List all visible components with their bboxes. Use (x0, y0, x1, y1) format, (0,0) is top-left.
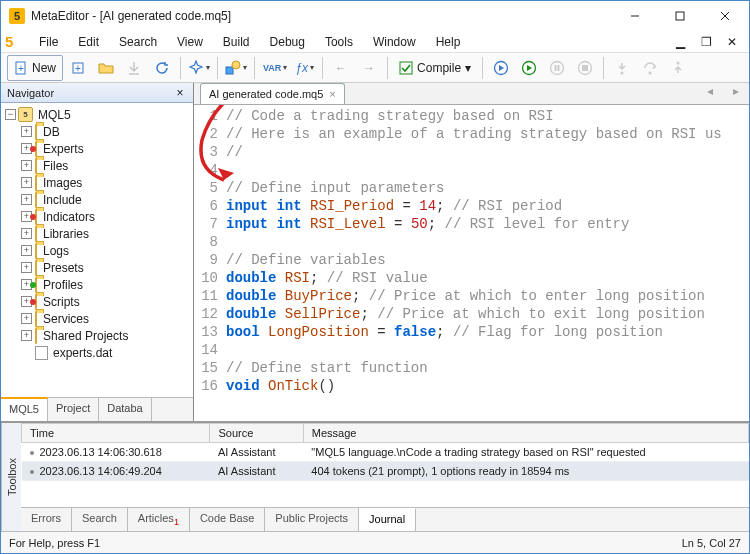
menu-search[interactable]: Search (109, 33, 167, 51)
toolbox-tab-public-projects[interactable]: Public Projects (265, 508, 359, 531)
mdi-restore-icon[interactable]: ❐ (693, 29, 719, 55)
journal-grid[interactable]: TimeSourceMessage 2023.06.13 14:06:30.61… (21, 423, 749, 507)
svg-text:+: + (75, 63, 81, 74)
maximize-button[interactable] (657, 1, 702, 31)
tree-folder-libraries[interactable]: +Libraries (3, 225, 191, 242)
navigator-close-button[interactable]: × (173, 86, 187, 100)
nav-tab-databa[interactable]: Databa (99, 398, 151, 421)
close-button[interactable] (702, 1, 747, 31)
tree-folder-services[interactable]: +Services (3, 310, 191, 327)
menu-build[interactable]: Build (213, 33, 260, 51)
expand-icon[interactable]: + (21, 313, 32, 324)
folder-icon (35, 311, 37, 327)
new-button[interactable]: + New (7, 55, 63, 81)
tree-folder-images[interactable]: +Images (3, 174, 191, 191)
stop-button[interactable] (572, 55, 598, 81)
shapes-icon (225, 60, 241, 76)
tab-nav-right-button[interactable]: ▸ (723, 78, 749, 104)
toolbox-tab-errors[interactable]: Errors (21, 508, 72, 531)
expand-icon[interactable]: + (21, 194, 32, 205)
tab-close-button[interactable]: × (329, 88, 335, 100)
nav-tab-mql5[interactable]: MQL5 (1, 397, 48, 421)
tree-folder-db[interactable]: +DB (3, 123, 191, 140)
pause-button[interactable] (544, 55, 570, 81)
menu-help[interactable]: Help (426, 33, 471, 51)
save-icon (127, 61, 141, 75)
tree-folder-presets[interactable]: +Presets (3, 259, 191, 276)
toolbar: + New + ▾ ▾ VAR▾ ƒx▾ ← → Compile ▾ (1, 53, 749, 83)
var-button[interactable]: VAR▾ (260, 55, 290, 81)
folder-icon (35, 124, 37, 140)
toolbox-panel: Toolbox TimeSourceMessage 2023.06.13 14:… (1, 421, 749, 531)
expand-icon[interactable]: + (21, 262, 32, 273)
bullet-icon (30, 451, 34, 455)
menu-edit[interactable]: Edit (68, 33, 109, 51)
tree-folder-shared-projects[interactable]: +Shared Projects (3, 327, 191, 344)
col-time[interactable]: Time (22, 424, 210, 443)
tree-folder-include[interactable]: +Include (3, 191, 191, 208)
step-over-button[interactable] (637, 55, 663, 81)
compile-button[interactable]: Compile ▾ (393, 55, 477, 81)
pause-icon (549, 60, 565, 76)
journal-row[interactable]: 2023.06.13 14:06:49.204AI Assistant404 t… (22, 462, 749, 481)
svg-point-16 (551, 61, 564, 74)
meta-logo-icon: 5 (5, 33, 23, 51)
objects-button[interactable]: ▾ (223, 55, 249, 81)
tree-root[interactable]: − 5 MQL5 (3, 106, 191, 123)
nav-forward-button[interactable]: → (356, 55, 382, 81)
collapse-icon[interactable]: − (5, 109, 16, 120)
tree-file[interactable]: experts.dat (3, 344, 191, 361)
navigator-tree[interactable]: − 5 MQL5 +DB+Experts+Files+Images+Includ… (1, 103, 193, 397)
function-button[interactable]: ƒx▾ (292, 55, 317, 81)
refresh-icon (155, 61, 169, 75)
tree-folder-indicators[interactable]: +Indicators (3, 208, 191, 225)
mdi-minimize-icon[interactable]: ▁ (667, 29, 693, 55)
open-button[interactable] (93, 55, 119, 81)
refresh-button[interactable] (149, 55, 175, 81)
col-source[interactable]: Source (210, 424, 303, 443)
debug-start-button[interactable] (488, 55, 514, 81)
tree-folder-experts[interactable]: +Experts (3, 140, 191, 157)
navigator-title: Navigator (7, 87, 54, 99)
expand-icon[interactable]: + (21, 126, 32, 137)
menu-tools[interactable]: Tools (315, 33, 363, 51)
expand-icon[interactable]: + (21, 228, 32, 239)
tree-folder-logs[interactable]: +Logs (3, 242, 191, 259)
toolbox-side-label[interactable]: Toolbox (1, 423, 21, 531)
journal-row[interactable]: 2023.06.13 14:06:30.618AI Assistant"MQL5… (22, 443, 749, 462)
expand-icon[interactable]: + (21, 160, 32, 171)
check-icon (399, 61, 413, 75)
tree-label: Include (43, 193, 82, 207)
col-message[interactable]: Message (303, 424, 748, 443)
menu-file[interactable]: File (29, 33, 68, 51)
nav-tab-project[interactable]: Project (48, 398, 99, 421)
editor-tab[interactable]: AI generated code.mq5 × (200, 83, 345, 104)
menu-debug[interactable]: Debug (260, 33, 315, 51)
toolbox-tab-articles[interactable]: Articles1 (128, 508, 190, 531)
expand-icon[interactable]: + (21, 245, 32, 256)
tree-folder-scripts[interactable]: +Scripts (3, 293, 191, 310)
menu-window[interactable]: Window (363, 33, 426, 51)
tab-nav-left-button[interactable]: ◂ (697, 78, 723, 104)
svg-rect-11 (226, 67, 233, 74)
ai-sparkle-button[interactable]: ▾ (186, 55, 212, 81)
code-editor[interactable]: 12345678910111213141516 // Code a tradin… (194, 105, 749, 421)
toolbox-tab-journal[interactable]: Journal (359, 508, 416, 531)
step-out-button[interactable] (665, 55, 691, 81)
new-from-template-button[interactable]: + (65, 55, 91, 81)
title-bar: 5 MetaEditor - [AI generated code.mq5] (1, 1, 749, 31)
step-out-icon (671, 61, 685, 75)
nav-back-button[interactable]: ← (328, 55, 354, 81)
mdi-close-icon[interactable]: ✕ (719, 29, 745, 55)
toolbox-tab-code-base[interactable]: Code Base (190, 508, 265, 531)
run-button[interactable] (516, 55, 542, 81)
menu-view[interactable]: View (167, 33, 213, 51)
tree-folder-profiles[interactable]: +Profiles (3, 276, 191, 293)
save-button[interactable] (121, 55, 147, 81)
expand-icon[interactable]: + (21, 177, 32, 188)
expand-icon[interactable]: + (21, 330, 32, 341)
toolbox-tab-search[interactable]: Search (72, 508, 128, 531)
tree-folder-files[interactable]: +Files (3, 157, 191, 174)
step-into-button[interactable] (609, 55, 635, 81)
minimize-button[interactable] (612, 1, 657, 31)
